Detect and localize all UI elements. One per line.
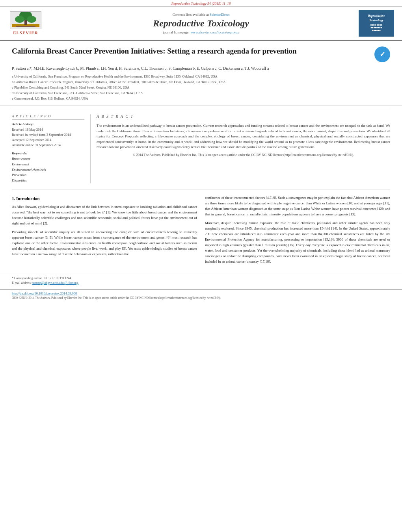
abstract-title: A B S T R A C T bbox=[97, 114, 390, 120]
affiliation-b: b California Breast Cancer Research Prog… bbox=[12, 80, 390, 85]
svg-point-4 bbox=[27, 16, 36, 23]
journal-center-info: Contents lists available at ScienceDirec… bbox=[43, 13, 359, 34]
intro-para-1: As Alice Stewart, epidemiologist and dis… bbox=[12, 204, 197, 226]
keyword-1: Breast cancer bbox=[12, 156, 84, 162]
elsevier-tree-svg bbox=[12, 12, 39, 29]
article-history: Article history: Received 18 May 2014 Re… bbox=[12, 122, 84, 147]
journal-title: Reproductive Toxicology bbox=[51, 18, 351, 29]
article-body: A R T I C L E I N F O Article history: R… bbox=[0, 110, 402, 187]
content-left: 1. Introduction As Alice Stewart, epidem… bbox=[12, 195, 197, 267]
journal-citation: Reproductive Toxicology 54 (2015) 11–18 bbox=[171, 2, 231, 6]
accepted-date: Accepted 12 September 2014 bbox=[12, 137, 84, 143]
article-info-column: A R T I C L E I N F O Article history: R… bbox=[12, 114, 91, 183]
homepage-link[interactable]: www.elsevier.com/locate/reprotox bbox=[190, 30, 239, 34]
keywords-title: Keywords: bbox=[12, 151, 84, 155]
elsevier-tree-image bbox=[10, 11, 41, 29]
doi-link[interactable]: http://dx.doi.org/10.1016/j.reprotox.201… bbox=[12, 291, 390, 295]
affiliations: a University of California, San Francisc… bbox=[12, 74, 390, 101]
email-link[interactable]: suttanp@obgyn.ucsf.edu (P. Sutton). bbox=[32, 281, 78, 285]
footnote-email: E-mail address: suttanp@obgyn.ucsf.edu (… bbox=[12, 281, 390, 285]
keywords-section: Keywords: Breast cancer Environment Envi… bbox=[12, 151, 84, 183]
intro-para-right-2: Moreover, despite increasing human expos… bbox=[205, 221, 390, 265]
available-date: Available online 30 September 2014 bbox=[12, 143, 84, 148]
journal-citation-bar: Reproductive Toxicology 54 (2015) 11–18 bbox=[0, 0, 402, 7]
svg-rect-5 bbox=[16, 26, 35, 27]
keyword-5: Disparities bbox=[12, 178, 84, 184]
sciencedirect-link[interactable]: ScienceDirect bbox=[210, 13, 229, 17]
available-text: Contents lists available at ScienceDirec… bbox=[51, 13, 351, 17]
open-access-note: © 2014 The Authors. Published by Elsevie… bbox=[97, 152, 390, 158]
affiliation-a: a University of California, San Francisc… bbox=[12, 74, 390, 79]
body-divider bbox=[12, 189, 390, 189]
article-header: California Breast Cancer Prevention Init… bbox=[0, 41, 402, 106]
footnote-area: * Corresponding author. Tel.: +1 510 350… bbox=[0, 274, 402, 287]
revised-date: Received in revised form 3 September 201… bbox=[12, 132, 84, 137]
crossmark-badge[interactable]: ✓ bbox=[374, 46, 390, 62]
affiliation-c: c Plumbline Consulting and Coaching, 541… bbox=[12, 85, 390, 90]
intro-heading: 1. Introduction bbox=[12, 195, 197, 202]
rt-logo-title: ReproductiveToxicology bbox=[368, 14, 385, 22]
content-right: confluence of these interconnected facto… bbox=[205, 195, 390, 267]
abstract-section: A B S T R A C T The environment is an un… bbox=[97, 114, 390, 183]
keyword-2: Environment bbox=[12, 162, 84, 167]
article-title-row: California Breast Cancer Prevention Init… bbox=[12, 46, 390, 62]
header-divider bbox=[12, 108, 390, 108]
intro-para-2: Prevailing models of scientific inquiry … bbox=[12, 230, 197, 257]
received-date: Received 18 May 2014 bbox=[12, 127, 84, 132]
affiliation-e: e Commonweal, P.O. Box 316, Bolinas, CA … bbox=[12, 96, 390, 101]
journal-homepage: journal homepage: www.elsevier.com/locat… bbox=[51, 30, 351, 34]
article-authors: P. Sutton a,*, M.H.E. Kavanaugh-Lynch b,… bbox=[12, 65, 390, 71]
bottom-copyright: 0890-6238/© 2014 The Authors. Published … bbox=[12, 296, 390, 300]
abstract-text: The environment is an underutilized path… bbox=[97, 123, 390, 157]
journal-header: ELSEVIER Contents lists available at Sci… bbox=[0, 7, 402, 41]
rt-journal-logo: ReproductiveToxicology ■■■■ ■■■■ ■■■■■■■… bbox=[359, 10, 394, 37]
bottom-bar: http://dx.doi.org/10.1016/j.reprotox.201… bbox=[0, 289, 402, 302]
article-title: California Breast Cancer Prevention Init… bbox=[12, 46, 368, 56]
svg-point-3 bbox=[15, 16, 24, 23]
elsevier-logo: ELSEVIER bbox=[8, 11, 43, 35]
elsevier-wordmark: ELSEVIER bbox=[13, 30, 38, 35]
history-title: Article history: bbox=[12, 122, 84, 126]
footnote-corresponding: * Corresponding author. Tel.: +1 510 350… bbox=[12, 276, 390, 281]
keyword-4: Prevention bbox=[12, 172, 84, 178]
article-info-title: A R T I C L E I N F O bbox=[12, 114, 84, 120]
article-content: 1. Introduction As Alice Stewart, epidem… bbox=[0, 191, 402, 271]
intro-para-right-1: confluence of these interconnected facto… bbox=[205, 195, 390, 217]
affiliation-d: d University of California, San Francisc… bbox=[12, 91, 390, 96]
keyword-3: Environmental chemicals bbox=[12, 167, 84, 173]
rt-logo-subtitle: ■■■■ ■■■■ ■■■■■■■■ ■■■■■■ bbox=[370, 24, 383, 32]
abstract-paragraph: The environment is an underutilized path… bbox=[97, 123, 390, 150]
